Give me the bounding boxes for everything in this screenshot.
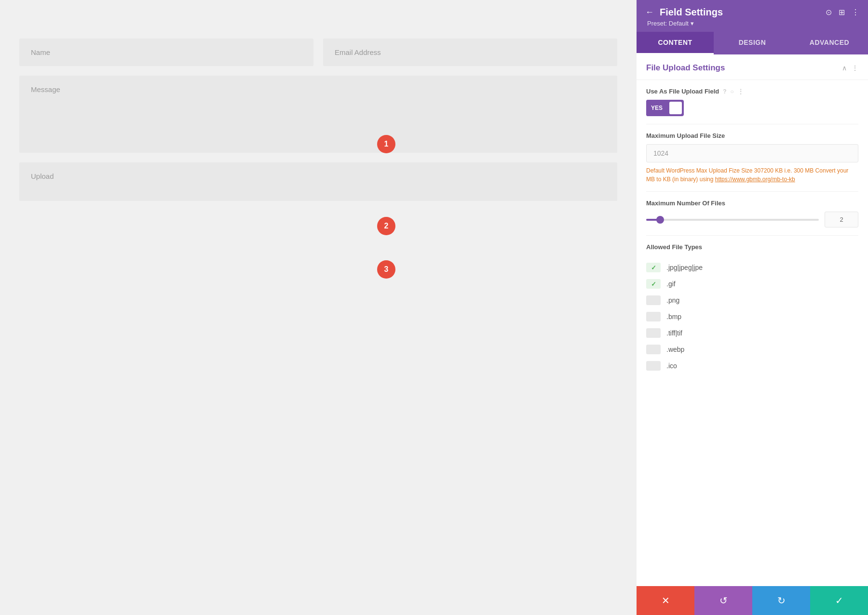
section-title: File Upload Settings bbox=[646, 63, 725, 73]
panel-header: ← Field Settings ⊙ ⊞ ⋮ Preset: Default ▾ bbox=[637, 0, 868, 32]
use-as-upload-row: Use As File Upload Field ? ○ ⋮ YES bbox=[637, 80, 868, 124]
checkbox-tiff[interactable] bbox=[646, 328, 661, 338]
max-file-size-label: Maximum Upload File Size bbox=[646, 132, 858, 139]
save-button[interactable]: ✓ bbox=[810, 586, 868, 615]
tab-content[interactable]: Content bbox=[637, 32, 714, 54]
panel-title: Field Settings bbox=[660, 7, 723, 18]
slider-thumb[interactable] bbox=[656, 216, 664, 224]
max-files-label: Maximum Number Of Files bbox=[646, 200, 858, 207]
radio-icon[interactable]: ○ bbox=[731, 88, 734, 95]
back-button[interactable]: ← bbox=[645, 7, 654, 17]
more-icon[interactable]: ⋮ bbox=[852, 8, 859, 17]
section-controls: ∧ ⋮ bbox=[842, 64, 858, 72]
label-bmp: .bmp bbox=[666, 313, 681, 321]
message-field[interactable]: Message bbox=[19, 76, 617, 153]
name-field[interactable]: Name bbox=[19, 39, 313, 66]
use-as-upload-label: Use As File Upload Field ? ○ ⋮ bbox=[646, 88, 858, 95]
redo-button[interactable]: ↻ bbox=[752, 586, 810, 615]
form-row-upload: Upload bbox=[19, 162, 617, 201]
section-more-icon[interactable]: ⋮ bbox=[852, 64, 858, 72]
file-type-bmp: .bmp bbox=[646, 308, 858, 325]
allowed-file-types-row: Allowed File Types bbox=[637, 236, 868, 259]
max-file-size-input[interactable] bbox=[646, 144, 858, 162]
canvas-area: 1 2 3 Name Email Address Message Upload bbox=[0, 0, 637, 615]
file-type-png: .png bbox=[646, 292, 858, 308]
allowed-file-types-label: Allowed File Types bbox=[646, 243, 858, 251]
max-file-size-row: Maximum Upload File Size Default WordPre… bbox=[637, 124, 868, 191]
slider-value-input[interactable] bbox=[825, 212, 858, 227]
settings-panel: ← Field Settings ⊙ ⊞ ⋮ Preset: Default ▾… bbox=[637, 0, 868, 615]
checkbox-png[interactable] bbox=[646, 295, 661, 305]
step-badge-3: 3 bbox=[377, 260, 395, 279]
slider-row bbox=[646, 212, 858, 227]
checkbox-webp[interactable] bbox=[646, 345, 661, 354]
preview-icon[interactable]: ⊙ bbox=[826, 8, 832, 17]
label-webp: .webp bbox=[666, 346, 684, 353]
checkbox-bmp[interactable] bbox=[646, 312, 661, 321]
label-more-icon[interactable]: ⋮ bbox=[738, 88, 744, 95]
step-badge-2: 2 bbox=[377, 217, 395, 235]
help-text: Default WordPress Max Upload Fize Size 3… bbox=[646, 166, 858, 184]
cancel-button[interactable]: ✕ bbox=[637, 586, 694, 615]
email-field[interactable]: Email Address bbox=[323, 39, 617, 66]
label-png: .png bbox=[666, 296, 679, 304]
step-badge-1: 1 bbox=[377, 135, 395, 153]
undo-button[interactable]: ↺ bbox=[694, 586, 752, 615]
slider-track[interactable] bbox=[646, 219, 819, 221]
file-type-ico: .ico bbox=[646, 358, 858, 374]
file-type-jpg: ✓ .jpg|jpeg|jpe bbox=[646, 259, 858, 276]
panel-footer: ✕ ↺ ↻ ✓ bbox=[637, 586, 868, 615]
checkbox-ico[interactable] bbox=[646, 361, 661, 371]
label-jpg: .jpg|jpeg|jpe bbox=[666, 264, 703, 271]
help-icon[interactable]: ? bbox=[723, 88, 726, 95]
file-type-gif: ✓ .gif bbox=[646, 276, 858, 292]
panel-content: File Upload Settings ∧ ⋮ Use As File Upl… bbox=[637, 54, 868, 615]
checkbox-gif[interactable]: ✓ bbox=[646, 279, 661, 289]
tab-advanced[interactable]: Advanced bbox=[791, 32, 868, 54]
preset-label[interactable]: Preset: Default ▾ bbox=[645, 20, 859, 27]
use-as-upload-toggle[interactable]: YES bbox=[646, 100, 684, 116]
toggle-yes-label: YES bbox=[646, 100, 667, 116]
toggle-handle bbox=[669, 102, 682, 114]
form-row-message: Message bbox=[19, 76, 617, 153]
label-gif: .gif bbox=[666, 280, 676, 288]
form-row-name-email: Name Email Address bbox=[19, 39, 617, 66]
section-header: File Upload Settings ∧ ⋮ bbox=[637, 54, 868, 80]
help-link[interactable]: https://www.gbmb.org/mb-to-kb bbox=[715, 176, 795, 183]
checkmark-gif: ✓ bbox=[651, 281, 656, 288]
collapse-icon[interactable]: ∧ bbox=[842, 64, 847, 72]
upload-field[interactable]: Upload bbox=[19, 162, 617, 201]
label-tiff: .tiff|tif bbox=[666, 329, 682, 337]
max-files-row: Maximum Number Of Files bbox=[637, 192, 868, 235]
file-type-webp: .webp bbox=[646, 341, 858, 358]
label-ico: .ico bbox=[666, 362, 677, 370]
panel-icons: ⊙ ⊞ ⋮ bbox=[826, 8, 859, 17]
layout-icon[interactable]: ⊞ bbox=[839, 8, 845, 17]
checkbox-jpg[interactable]: ✓ bbox=[646, 263, 661, 272]
checkmark-jpg: ✓ bbox=[651, 264, 656, 271]
panel-tabs: Content Design Advanced bbox=[637, 32, 868, 54]
file-types-list: ✓ .jpg|jpeg|jpe ✓ .gif .png .bmp bbox=[637, 259, 868, 382]
tab-design[interactable]: Design bbox=[714, 32, 791, 54]
file-type-tiff: .tiff|tif bbox=[646, 325, 858, 341]
